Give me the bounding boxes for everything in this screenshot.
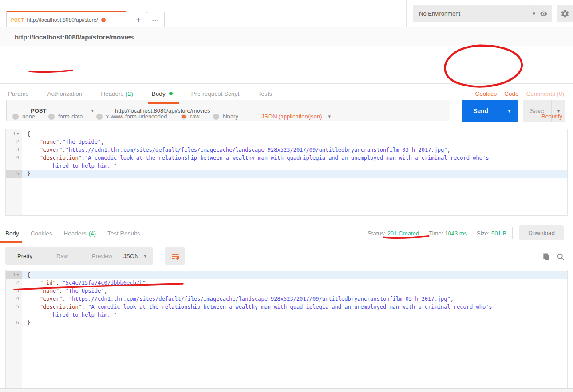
request-tab-params[interactable]: Params <box>8 83 29 104</box>
stat-value: 1043 ms <box>445 230 467 237</box>
search-icon <box>556 252 565 261</box>
response-tab-body[interactable]: Body <box>5 224 19 243</box>
stat-value: 501 B <box>491 230 506 237</box>
fold-caret-icon[interactable]: ▾ <box>17 273 19 277</box>
link-code[interactable]: Code <box>504 90 518 97</box>
body-type-none[interactable]: none <box>12 113 35 120</box>
response-body-editor[interactable]: 1▾{2 "_id": "5c4e715fa74c07dbbb6ecb7b",3… <box>5 270 568 388</box>
token: : <box>82 304 88 310</box>
beautify-link[interactable]: Beautify <box>541 113 562 120</box>
request-tab-open[interactable]: POST http://localhost:8080/api/store/ <box>6 11 126 27</box>
code-line: 5 "description": "A comedic look at the … <box>6 303 567 311</box>
link-comments[interactable]: Comments (0) <box>526 90 564 97</box>
request-tab-pre-request-script[interactable]: Pre-request Script <box>191 83 240 104</box>
body-type-x-www-form-urlencoded[interactable]: x-www-form-urlencoded <box>96 113 167 120</box>
code-line: 4 "description":"A comedic look at the r… <box>6 154 567 162</box>
response-code-lines: 1▾{2 "_id": "5c4e715fa74c07dbbb6ecb7b",3… <box>6 270 567 327</box>
response-status-area: Status:201 CreatedTime:1043 msSize:501 B <box>368 224 506 243</box>
request-code-lines: 1▾{2 "name":"The Upside",3 "cover":"http… <box>6 129 567 178</box>
line-number-text: 1 <box>13 272 16 278</box>
radio-icon <box>213 114 219 120</box>
line-number-text: 4 <box>16 296 19 302</box>
wrap-text-icon <box>171 252 180 261</box>
eye-icon <box>539 9 548 18</box>
response-tab-test-results[interactable]: Test Results <box>107 224 140 243</box>
code-line: 1▾{ <box>6 271 567 279</box>
search-response-button[interactable] <box>555 251 566 263</box>
token: "The Upside" <box>63 139 101 145</box>
code-line: 3 "cover":"https://cdn1.thr.com/sites/de… <box>6 146 567 154</box>
request-tab-authorization[interactable]: Authorization <box>47 83 83 104</box>
view-pretty[interactable]: Pretty <box>5 253 44 259</box>
request-body-editor[interactable]: 1▾{2 "name":"The Upside",3 "cover":"http… <box>5 129 568 216</box>
view-raw[interactable]: Raw <box>44 253 80 259</box>
new-tab-button[interactable]: + <box>130 12 147 27</box>
body-type-label: raw <box>190 113 200 120</box>
copy-response-button[interactable] <box>541 251 552 263</box>
link-cookies[interactable]: Cookies <box>475 90 497 97</box>
content-type-select[interactable]: JSON (application/json) ▾ <box>261 113 331 120</box>
wrap-text-button[interactable] <box>165 247 185 265</box>
tab-method-label: POST <box>11 18 24 23</box>
line-number: 5 <box>6 303 22 311</box>
line-number <box>6 311 22 319</box>
code-line: 3 "name": "The Upside", <box>6 287 567 295</box>
token <box>27 155 40 161</box>
code-line: 6} <box>6 319 567 327</box>
line-number-text: 2 <box>16 139 19 145</box>
copy-icon <box>542 252 551 261</box>
body-type-binary[interactable]: binary <box>213 113 238 120</box>
code-text: "cover": "https://cdn1.thr.com/sites/def… <box>22 295 567 303</box>
fold-caret-icon[interactable]: ▾ <box>17 132 19 136</box>
tab-label: Params <box>8 90 29 97</box>
request-tab-tests[interactable]: Tests <box>258 83 272 104</box>
response-header-divider <box>512 227 513 239</box>
token <box>27 147 40 153</box>
line-number: 3 <box>6 287 22 295</box>
request-tab-headers[interactable]: Headers(2) <box>101 83 133 104</box>
response-tab-cookies[interactable]: Cookies <box>31 224 52 243</box>
code-line: 1▾{ <box>6 130 567 138</box>
line-number <box>6 162 22 170</box>
token: { <box>27 131 30 137</box>
environment-select[interactable]: No Environment ▾ <box>413 5 541 22</box>
radio-icon <box>96 114 103 120</box>
environment-preview-button[interactable] <box>535 5 552 22</box>
line-number-text: 1 <box>13 131 16 137</box>
token: "cover" <box>40 147 63 153</box>
response-toolbar: PrettyRawPreview JSON ▾ <box>0 247 573 266</box>
token <box>27 296 40 302</box>
token: "cover" <box>40 296 63 302</box>
token: } <box>27 171 30 177</box>
request-tab-body[interactable]: Body <box>152 83 173 104</box>
code-line: 4 "cover": "https://cdn1.thr.com/sites/d… <box>6 295 567 303</box>
response-size: Size:501 B <box>477 230 506 237</box>
response-format-select[interactable]: JSON ▾ <box>117 247 153 265</box>
more-tabs-button[interactable]: ••• <box>147 12 165 27</box>
chevron-down-icon: ▾ <box>144 253 147 259</box>
code-text: } <box>22 319 567 327</box>
token: , <box>146 280 149 286</box>
settings-button[interactable] <box>557 5 573 22</box>
download-button[interactable]: Download <box>519 225 564 240</box>
body-type-raw[interactable]: raw <box>181 113 200 120</box>
body-type-form-data[interactable]: form-data <box>48 113 83 120</box>
response-tab-headers[interactable]: Headers(4) <box>64 224 96 243</box>
stat-label: Size: <box>477 230 490 237</box>
token: "name" <box>40 139 59 145</box>
code-line: hired to help him. " <box>6 162 567 170</box>
line-number-text: 5 <box>16 304 19 310</box>
tab-label: Body <box>5 230 19 237</box>
response-format-label: JSON <box>123 253 139 259</box>
token: , <box>447 147 450 153</box>
body-type-label: x-www-form-urlencoded <box>106 113 167 120</box>
line-number: 2 <box>6 138 22 146</box>
unsaved-changes-dot-icon <box>101 18 106 22</box>
top-bar: POST http://localhost:8080/api/store/ + … <box>0 0 573 28</box>
line-number-text: 4 <box>16 155 19 161</box>
token: "5c4e715fa74c07dbbb6ecb7b" <box>62 280 146 286</box>
chevron-down-icon: ▾ <box>328 114 331 119</box>
tab-url-label: http://localhost:8080/api/store/ <box>27 17 98 23</box>
code-text: } <box>22 170 567 178</box>
line-number: 3 <box>6 146 22 154</box>
